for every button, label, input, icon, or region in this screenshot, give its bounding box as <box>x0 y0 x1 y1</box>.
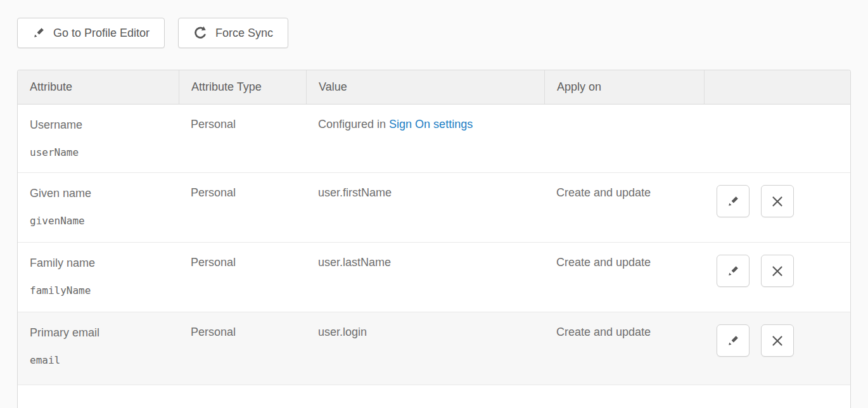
remove-attribute-button[interactable] <box>761 185 794 217</box>
value-cell: user.firstName <box>306 173 544 242</box>
attribute-variable-name: userName <box>30 146 171 159</box>
table-row: Family name familyName Personal user.las… <box>18 243 850 312</box>
table-row: Given name givenName Personal user.first… <box>18 173 850 243</box>
apply-on-cell: Create and update <box>544 312 704 385</box>
actions-cell <box>704 243 850 312</box>
x-icon <box>771 195 784 208</box>
attribute-label: Family name <box>30 256 171 270</box>
table-row: Username userName Personal Configured in… <box>18 105 850 173</box>
column-header-actions <box>704 70 850 104</box>
edit-attribute-button[interactable] <box>717 324 750 357</box>
apply-on-cell: Create and update <box>544 243 704 312</box>
apply-on-cell <box>544 105 704 172</box>
attribute-type-cell: Personal <box>179 173 306 242</box>
attribute-label: Username <box>30 118 171 132</box>
x-icon <box>771 265 784 277</box>
edit-attribute-button[interactable] <box>717 255 750 287</box>
refresh-icon <box>193 26 207 40</box>
attribute-variable-name: familyName <box>30 284 171 297</box>
value-cell: Configured in Sign On settings <box>306 105 544 172</box>
attribute-type-cell: Personal <box>179 243 306 312</box>
remove-attribute-button[interactable] <box>761 324 794 357</box>
pencil-icon <box>727 265 739 277</box>
attribute-label: Given name <box>30 186 171 200</box>
attribute-cell: Family name familyName <box>18 243 179 312</box>
actions-cell <box>704 173 850 242</box>
toolbar: Go to Profile Editor Force Sync <box>0 0 868 48</box>
attribute-cell: Given name givenName <box>18 173 179 242</box>
edit-attribute-button[interactable] <box>717 185 750 217</box>
value-cell: user.login <box>306 312 544 385</box>
attribute-variable-name: givenName <box>30 215 171 227</box>
actions-cell <box>704 312 850 385</box>
column-header-attribute-type: Attribute Type <box>179 70 306 104</box>
attribute-mapping-table: Attribute Attribute Type Value Apply on … <box>17 70 851 408</box>
pencil-icon <box>32 27 45 39</box>
attribute-cell: Username userName <box>18 105 179 172</box>
table-row <box>18 385 850 408</box>
force-sync-label: Force Sync <box>215 27 273 40</box>
value-cell: user.lastName <box>306 243 544 312</box>
force-sync-button[interactable]: Force Sync <box>178 18 288 48</box>
apply-on-cell: Create and update <box>544 173 704 242</box>
column-header-value: Value <box>306 70 544 104</box>
table-row: Primary email email Personal user.login … <box>18 312 850 385</box>
attribute-variable-name: email <box>30 354 171 367</box>
pencil-icon <box>727 195 739 208</box>
attribute-type-cell: Personal <box>179 105 306 172</box>
actions-cell <box>704 105 850 172</box>
sign-on-settings-link[interactable]: Sign On settings <box>389 118 473 131</box>
column-header-apply-on: Apply on <box>544 70 704 104</box>
table-header-row: Attribute Attribute Type Value Apply on <box>18 70 850 105</box>
value-text: Configured in <box>318 118 389 131</box>
remove-attribute-button[interactable] <box>761 255 794 287</box>
go-to-profile-editor-label: Go to Profile Editor <box>53 27 150 40</box>
x-icon <box>771 335 784 347</box>
pencil-icon <box>727 335 739 347</box>
column-header-attribute: Attribute <box>18 70 179 104</box>
attribute-label: Primary email <box>30 326 171 340</box>
go-to-profile-editor-button[interactable]: Go to Profile Editor <box>17 18 165 48</box>
attribute-type-cell: Personal <box>179 312 306 385</box>
attribute-cell: Primary email email <box>18 312 179 385</box>
